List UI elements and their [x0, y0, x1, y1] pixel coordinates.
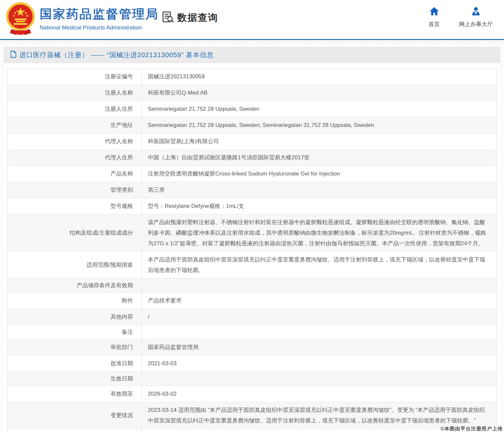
table-row: 产品名称注射用交联透明质酸钠凝胶Cross-linked Sodium Hyal…	[7, 166, 497, 182]
table-row: 审批部门国家药品监督管理局	[7, 339, 497, 356]
row-value: /	[142, 309, 497, 325]
row-value: 2023-03-14 适用范围由 “本产品适用于面部真皮组织中层至深层填充以纠正…	[142, 402, 497, 429]
row-label-text: 生产地址	[110, 120, 133, 131]
row-label-text: 生效日期	[110, 373, 133, 384]
table-row: 生产地址Seminariegatan 21,752 28 Uppsala, Sw…	[7, 117, 497, 134]
row-value: 中国（上海）自由贸易试验区基隆路1号汤臣国际贸易大楼2017室	[142, 150, 497, 166]
row-label-text: 审批部门	[110, 342, 133, 353]
nav-service-hall[interactable]: 网上办事大厅	[459, 7, 493, 28]
row-label: 其他内容	[7, 309, 142, 325]
table-row: 注册人住所Seminariegatan 21,752 28 Uppsala, S…	[7, 101, 497, 117]
row-label: 产品储存条件及有效期	[7, 279, 142, 293]
table-row: 型号规格型号：Restylane Defyne规格：1mL/支	[7, 198, 497, 215]
row-label: 结构及组成/主要组成成分	[7, 215, 142, 252]
row-label: 代理人住所	[7, 150, 142, 166]
row-label: 管理类别	[7, 182, 142, 198]
row-label-text: 有效期至	[110, 389, 133, 399]
table-row: 结构及组成/主要组成成分该产品由预灌封塑料注射器、不锈钢注射针和封装在注射器中的…	[7, 215, 497, 252]
row-label-text: 结构及组成/主要组成成分	[69, 228, 133, 238]
org-name-en: National Medical Products Administration	[40, 24, 159, 31]
row-label: 注	[7, 429, 142, 432]
row-label: 代理人名称	[7, 134, 142, 149]
row-value: 国家药品监督管理局	[142, 339, 497, 355]
row-label: 注册证编号	[7, 69, 142, 85]
row-label: 有效期至	[7, 386, 142, 402]
row-label-text: 产品储存条件及有效期	[77, 280, 133, 291]
data-query-label: 数据查询	[177, 11, 218, 24]
row-label-text: 批准日期	[110, 358, 133, 369]
row-label: 生效日期	[7, 372, 142, 386]
top-nav: 首页 网上办事大厅	[429, 7, 493, 28]
watermark: ©本图由平台注册用户上传	[441, 426, 503, 432]
home-icon	[429, 7, 439, 17]
header-hatch-band	[0, 40, 504, 44]
row-label-text: 型号规格	[110, 201, 133, 212]
row-value: Seminariegatan 21,752 28 Uppsala, Sweden	[142, 101, 497, 117]
table-row: 管理类别第三类	[7, 182, 497, 198]
national-emblem-logo	[5, 2, 36, 36]
row-label: 审批部门	[7, 339, 142, 355]
row-label: 备注	[7, 325, 142, 339]
row-label-text: 产品名称	[110, 169, 133, 179]
page-title: 进口医疗器械（注册） —— “国械注进20213130059” 基本信息	[19, 51, 214, 59]
row-label-text: 代理人住所	[105, 152, 133, 163]
table-row: 适用范围/预期用途本产品适用于面部真皮组织中层至深层填充以纠正中度至重度鼻唇沟皱…	[7, 252, 497, 279]
row-value: 国械注进20213130059	[142, 69, 497, 85]
table-row: 注册人名称科医有限公司Q-Med AB	[7, 85, 497, 101]
row-label-text: 适用范围/预期用途	[86, 260, 133, 270]
table-row: 产品储存条件及有效期	[7, 279, 497, 293]
row-value: 型号：Restylane Defyne规格：1mL/支	[142, 198, 497, 214]
row-label-text: 其他内容	[110, 312, 133, 322]
row-label: 型号规格	[7, 198, 142, 214]
row-value: 注射用交联透明质酸钠凝胶Cross-linked Sodium Hyaluron…	[142, 166, 497, 182]
row-label-text: 备注	[122, 327, 133, 337]
row-value: 产品技术要求	[142, 293, 497, 309]
row-label: 变更情况	[7, 402, 142, 429]
row-label: 注册人住所	[7, 101, 142, 117]
data-query-icon	[161, 10, 175, 26]
row-label: 适用范围/预期用途	[7, 252, 142, 278]
table-row: 注册证编号国械注进20213130059	[7, 69, 497, 85]
row-value: Seminariegatan 21,752 28 Uppsala, Sweden…	[142, 117, 497, 133]
row-label: 附件	[7, 293, 142, 309]
info-table: 注册证编号国械注进20213130059注册人名称科医有限公司Q-Med AB注…	[7, 68, 497, 432]
row-label-text: 注册人名称	[105, 88, 133, 98]
row-value	[142, 325, 497, 339]
table-row: 代理人名称科医国际贸易(上海)有限公司	[7, 134, 497, 150]
table-row: 附件产品技术要求	[7, 293, 497, 309]
row-value: 科医有限公司Q-Med AB	[142, 85, 497, 101]
user-icon	[471, 7, 481, 17]
org-title-block: 国家药品监督管理局 National Medical Products Admi…	[40, 6, 159, 31]
table-row: 批准日期2021-03-03	[7, 356, 497, 372]
table-row: 变更情况2023-03-14 适用范围由 “本产品适用于面部真皮组织中层至深层填…	[7, 402, 497, 429]
table-row: 生效日期	[7, 372, 497, 386]
document-icon	[10, 51, 17, 59]
row-label-text: 管理类别	[110, 185, 133, 195]
data-query-section[interactable]: 数据查询	[161, 10, 218, 26]
row-label: 注册人名称	[7, 85, 142, 101]
row-label: 生产地址	[7, 117, 142, 133]
row-label: 产品名称	[7, 166, 142, 182]
row-value: 该产品由预灌封塑料注射器、不锈钢注射针和封装在注射器中的凝胶颗粒悬液组成。凝胶颗…	[142, 215, 497, 252]
org-name-cn: 国家药品监督管理局	[40, 6, 159, 22]
table-row: 其他内容/	[7, 309, 497, 325]
nav-home-label: 首页	[429, 20, 440, 28]
table-row: 注详情	[7, 429, 497, 432]
table-row: 备注	[7, 325, 497, 339]
main-content: 进口医疗器械（注册） —— “国械注进20213130059” 基本信息 注册证…	[3, 47, 501, 432]
nav-home[interactable]: 首页	[429, 7, 440, 28]
row-label-text: 注册人住所	[105, 104, 133, 114]
row-value: 第三类	[142, 182, 497, 198]
row-label: 批准日期	[7, 356, 142, 372]
row-value: 2026-03-02	[142, 386, 497, 402]
row-label-text: 变更情况	[110, 410, 133, 421]
row-value	[142, 279, 497, 293]
site-header: 国家药品监督管理局 National Medical Products Admi…	[0, 0, 504, 39]
table-row: 代理人住所中国（上海）自由贸易试验区基隆路1号汤臣国际贸易大楼2017室	[7, 150, 497, 166]
row-label-text: 代理人名称	[105, 136, 133, 147]
nav-service-hall-label: 网上办事大厅	[459, 20, 493, 28]
table-row: 有效期至2026-03-02	[7, 386, 497, 402]
page-title-bar: 进口医疗器械（注册） —— “国械注进20213130059” 基本信息	[4, 47, 500, 63]
row-label-text: 注册证编号	[105, 71, 133, 82]
row-label-text: 附件	[122, 295, 133, 306]
